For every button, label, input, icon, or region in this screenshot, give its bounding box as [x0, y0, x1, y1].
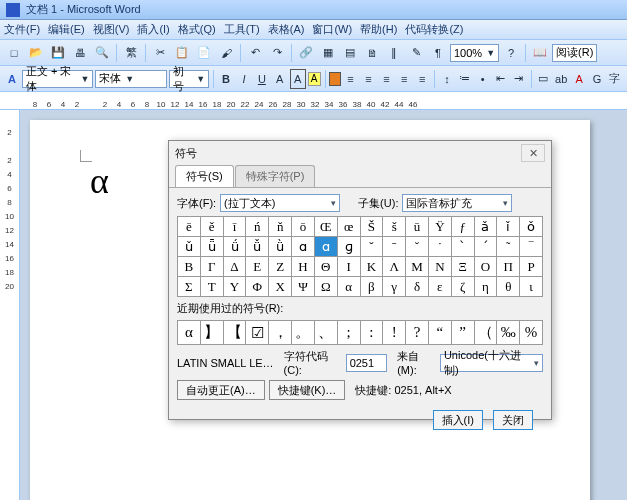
- symbol-cell[interactable]: ě: [201, 217, 224, 237]
- symbol-cell[interactable]: α: [338, 277, 361, 297]
- fill-swatch[interactable]: [329, 72, 340, 86]
- close-icon[interactable]: ✕: [521, 144, 545, 162]
- symbol-cell[interactable]: Ο: [475, 257, 498, 277]
- symbol-cell[interactable]: ˉ: [383, 237, 406, 257]
- symbol-cell[interactable]: ƒ: [452, 217, 475, 237]
- symbol-cell[interactable]: β: [361, 277, 384, 297]
- symbol-cell[interactable]: γ: [383, 277, 406, 297]
- symbol-cell[interactable]: η: [475, 277, 498, 297]
- symbol-cell[interactable]: ˋ: [452, 237, 475, 257]
- recent-cell[interactable]: ?: [406, 321, 429, 345]
- symbol-cell[interactable]: ń: [246, 217, 269, 237]
- phonetic-btn[interactable]: G: [589, 69, 605, 89]
- symbol-cell[interactable]: ˙: [429, 237, 452, 257]
- recent-cell[interactable]: “: [429, 321, 452, 345]
- symbol-cell[interactable]: Υ: [224, 277, 247, 297]
- symbol-cell[interactable]: Μ: [406, 257, 429, 277]
- excel-icon[interactable]: 🗎: [362, 43, 382, 63]
- symbol-cell[interactable]: ǎ: [475, 217, 498, 237]
- symbol-cell[interactable]: ζ: [452, 277, 475, 297]
- symbol-cell[interactable]: Ν: [429, 257, 452, 277]
- help-icon[interactable]: ?: [501, 43, 521, 63]
- zoom-combo[interactable]: 100%▼: [450, 44, 499, 62]
- outdent-icon[interactable]: ⇤: [493, 69, 509, 89]
- columns-icon[interactable]: ‖: [384, 43, 404, 63]
- recent-cell[interactable]: !: [383, 321, 406, 345]
- recent-cell[interactable]: ;: [338, 321, 361, 345]
- symbol-cell[interactable]: Ψ: [292, 277, 315, 297]
- cut-icon[interactable]: ✂: [150, 43, 170, 63]
- underline-btn[interactable]: U: [254, 69, 270, 89]
- symbol-cell[interactable]: Ι: [338, 257, 361, 277]
- new-icon[interactable]: □: [4, 43, 24, 63]
- symbol-cell[interactable]: ˘: [406, 237, 429, 257]
- symbol-cell[interactable]: Œ: [315, 217, 338, 237]
- open-icon[interactable]: 📂: [26, 43, 46, 63]
- recent-cell[interactable]: ☑: [246, 321, 269, 345]
- symbol-cell[interactable]: Κ: [361, 257, 384, 277]
- menu-help[interactable]: 帮助(H): [360, 22, 397, 37]
- menu-edit[interactable]: 编辑(E): [48, 22, 85, 37]
- symbol-cell[interactable]: Β: [178, 257, 201, 277]
- recent-cell[interactable]: 。: [292, 321, 315, 345]
- symbol-cell[interactable]: ǔ: [178, 237, 201, 257]
- symbol-cell[interactable]: ǒ: [520, 217, 543, 237]
- recent-cell[interactable]: 、: [315, 321, 338, 345]
- brush-icon[interactable]: 🖌: [216, 43, 236, 63]
- dialog-titlebar[interactable]: 符号 ✕: [169, 141, 551, 165]
- symbol-cell[interactable]: Χ: [269, 277, 292, 297]
- char-border-btn[interactable]: A: [290, 69, 306, 89]
- line-spacing-icon[interactable]: ↕: [439, 69, 455, 89]
- recent-cell[interactable]: 】: [201, 321, 224, 345]
- recent-cell[interactable]: α: [178, 321, 201, 345]
- link-icon[interactable]: 🔗: [296, 43, 316, 63]
- horizontal-ruler[interactable]: 8642246810121416182022242628303234363840…: [0, 92, 627, 110]
- symbol-cell[interactable]: Ω: [315, 277, 338, 297]
- recent-cell[interactable]: （: [475, 321, 498, 345]
- menu-table[interactable]: 表格(A): [268, 22, 305, 37]
- insert-button[interactable]: 插入(I): [433, 410, 483, 430]
- symbol-cell[interactable]: š: [383, 217, 406, 237]
- from-select[interactable]: Unicode(十六进制)▾: [440, 354, 543, 372]
- recent-cell[interactable]: :: [361, 321, 384, 345]
- drawing-icon[interactable]: ✎: [406, 43, 426, 63]
- symbol-cell[interactable]: ǘ: [224, 237, 247, 257]
- preview-icon[interactable]: 🔍: [92, 43, 112, 63]
- aa-icon[interactable]: A: [4, 69, 20, 89]
- menu-format[interactable]: 格式(Q): [178, 22, 216, 37]
- recent-cell[interactable]: ，: [269, 321, 292, 345]
- symbol-cell[interactable]: Φ: [246, 277, 269, 297]
- code-input[interactable]: 0251: [346, 354, 388, 372]
- table-icon[interactable]: ▦: [318, 43, 338, 63]
- symbol-cell[interactable]: Ÿ: [429, 217, 452, 237]
- combine-chars-icon[interactable]: 字: [607, 69, 623, 89]
- highlight-color-icon[interactable]: ab: [553, 69, 569, 89]
- align-center-icon[interactable]: ≡: [360, 69, 376, 89]
- symbol-cell[interactable]: ň: [269, 217, 292, 237]
- recent-cell[interactable]: ”: [452, 321, 475, 345]
- symbol-cell[interactable]: Θ: [315, 257, 338, 277]
- numbering-icon[interactable]: ≔: [457, 69, 473, 89]
- symbol-cell[interactable]: ū: [406, 217, 429, 237]
- style-combo[interactable]: 正文 + 宋体▼: [22, 70, 93, 88]
- copy-icon[interactable]: 📋: [172, 43, 192, 63]
- symbol-cell[interactable]: Ε: [246, 257, 269, 277]
- symbol-cell[interactable]: ē: [178, 217, 201, 237]
- undo-icon[interactable]: ↶: [245, 43, 265, 63]
- recent-cell[interactable]: 【: [224, 321, 247, 345]
- symbol-cell[interactable]: ō: [292, 217, 315, 237]
- italic-btn[interactable]: I: [236, 69, 252, 89]
- traditional-btn[interactable]: 繁: [121, 43, 141, 63]
- symbol-cell[interactable]: ˜: [497, 237, 520, 257]
- close-button[interactable]: 关闭: [493, 410, 533, 430]
- symbol-cell[interactable]: ˇ: [361, 237, 384, 257]
- bold-btn[interactable]: B: [218, 69, 234, 89]
- align-left-icon[interactable]: ≡: [343, 69, 359, 89]
- shortcut-button[interactable]: 快捷键(K)…: [269, 380, 346, 400]
- font-color-icon[interactable]: A: [571, 69, 587, 89]
- redo-icon[interactable]: ↷: [267, 43, 287, 63]
- subset-select[interactable]: 国际音标扩充▾: [402, 194, 512, 212]
- symbol-cell[interactable]: ɑ: [315, 237, 338, 257]
- show-hide-icon[interactable]: ¶: [428, 43, 448, 63]
- tab-symbols[interactable]: 符号(S): [175, 165, 234, 187]
